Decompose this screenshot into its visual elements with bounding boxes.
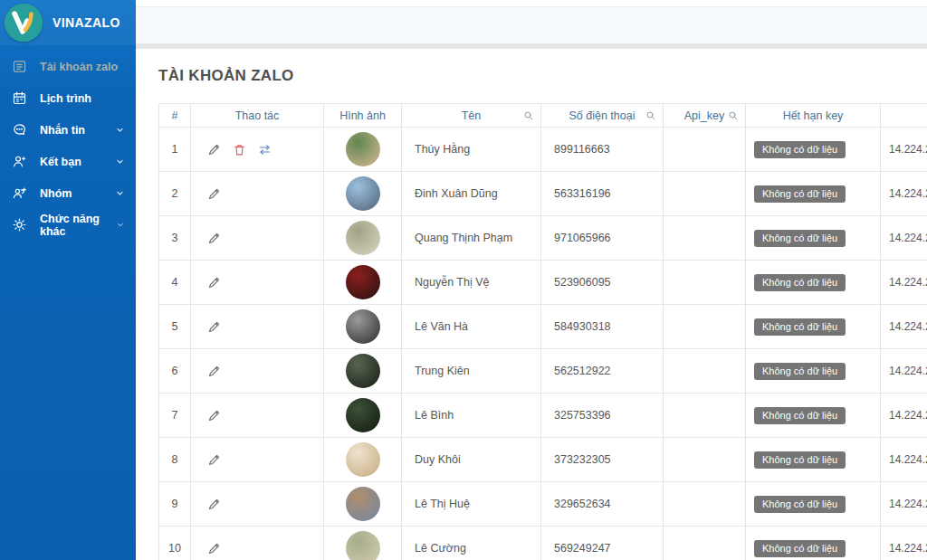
api-key-cell — [664, 216, 746, 261]
search-icon[interactable] — [728, 110, 739, 121]
actions-cell — [191, 128, 324, 172]
ip-cell: 14.224.201 — [881, 527, 927, 560]
row-number: 2 — [159, 172, 191, 216]
table-row: 1Thúy Hằng899116663Không có dữ liệu14.22… — [159, 128, 927, 172]
pencil-icon — [207, 320, 221, 334]
avatar — [346, 176, 380, 211]
chevron-down-icon — [116, 189, 124, 197]
key-expire-cell: Không có dữ liệu — [746, 438, 881, 482]
pencil-icon — [207, 187, 221, 201]
sidebar-item-2[interactable]: Nhắn tin — [0, 114, 136, 146]
row-number: 1 — [159, 128, 191, 172]
chevron-down-icon — [116, 126, 124, 134]
edit-button[interactable] — [207, 498, 221, 511]
key-expire-cell: Không có dữ liệu — [746, 172, 881, 216]
name-cell: Trung Kiên — [402, 349, 541, 394]
table-row: 7Lê Bình325753396Không có dữ liệu14.224.… — [159, 394, 927, 438]
actions-cell — [191, 527, 324, 560]
edit-button[interactable] — [207, 453, 221, 467]
page-title: TÀI KHOẢN ZALO — [158, 67, 927, 85]
list-icon — [12, 59, 27, 74]
edit-button[interactable] — [207, 542, 221, 555]
actions-cell — [191, 482, 324, 527]
ip-cell: 14.224.201 — [881, 128, 927, 172]
brand-header: VINAZALO — [0, 0, 136, 45]
sidebar-item-label: Chức năng khác — [40, 213, 117, 238]
no-data-badge: Không có dữ liệu — [754, 318, 846, 336]
name-cell: Quang Thịnh Phạm — [402, 216, 541, 261]
row-number: 10 — [159, 527, 191, 560]
avatar-cell — [324, 394, 402, 438]
edit-button[interactable] — [207, 187, 221, 201]
api-key-cell — [664, 261, 746, 305]
pencil-icon — [207, 276, 221, 289]
api-key-cell — [664, 172, 746, 216]
name-cell: Lê Thị Huệ — [402, 482, 541, 527]
sidebar-item-3[interactable]: Kết bạn — [0, 146, 136, 177]
actions-cell — [191, 349, 324, 394]
search-icon[interactable] — [645, 110, 656, 121]
delete-button[interactable] — [233, 143, 246, 157]
ip-cell: 14.224.201 — [881, 216, 927, 261]
table-row: 8Duy Khôi373232305Không có dữ liệu14.224… — [159, 438, 927, 482]
name-cell: Đinh Xuân Dũng — [402, 172, 541, 216]
ip-cell: 14.224.201 — [881, 349, 927, 394]
avatar — [346, 354, 380, 388]
no-data-badge: Không có dữ liệu — [754, 185, 846, 203]
avatar — [346, 265, 380, 299]
table-header-row: #Thao tácHình ảnhTênSố điện thoạiApi_key… — [159, 104, 927, 128]
actions-cell — [191, 261, 324, 305]
column-header-Thao tác: Thao tác — [191, 104, 324, 128]
table-row: 6Trung Kiên562512922Không có dữ liệu14.2… — [159, 349, 927, 394]
ip-cell: 14.224.201 — [881, 482, 927, 527]
avatar — [346, 132, 380, 166]
no-data-badge: Không có dữ liệu — [754, 496, 846, 513]
sidebar-item-label: Tài khoản zalo — [40, 61, 118, 73]
avatar-cell — [324, 482, 402, 527]
table-row: 10Lê Cường569249247Không có dữ liệu14.22… — [159, 527, 927, 560]
sidebar-menu: Tài khoản zaloLịch trìnhNhắn tinKết bạnN… — [0, 45, 136, 241]
search-icon[interactable] — [523, 110, 534, 121]
name-cell: Lê Cường — [402, 527, 541, 560]
row-number: 8 — [159, 438, 191, 482]
table-row: 3Quang Thịnh Phạm971065966Không có dữ li… — [159, 216, 927, 261]
sidebar-item-label: Lịch trình — [40, 92, 91, 105]
api-key-cell — [664, 305, 746, 349]
sidebar-item-label: Nhóm — [40, 187, 72, 200]
api-key-cell — [664, 482, 746, 527]
transfer-button[interactable] — [258, 143, 272, 157]
sidebar-item-4[interactable]: Nhóm — [0, 177, 136, 209]
pencil-icon — [207, 365, 221, 378]
no-data-badge: Không có dữ liệu — [754, 363, 846, 380]
key-expire-cell: Không có dữ liệu — [746, 261, 881, 305]
pencil-icon — [207, 409, 221, 422]
key-expire-cell: Không có dữ liệu — [746, 394, 881, 438]
column-header-Số điện thoại: Số điện thoại — [541, 104, 664, 128]
edit-button[interactable] — [207, 232, 221, 245]
avatar-cell — [324, 261, 402, 305]
edit-button[interactable] — [207, 320, 221, 334]
avatar — [346, 442, 380, 477]
edit-button[interactable] — [207, 143, 221, 157]
column-header-Tên: Tên — [402, 104, 541, 128]
content-area: TÀI KHOẢN ZALO #Thao tácHình ảnhTênSố đi… — [136, 49, 927, 560]
edit-button[interactable] — [207, 365, 221, 378]
edit-button[interactable] — [207, 276, 221, 289]
no-data-badge: Không có dữ liệu — [754, 141, 846, 158]
sidebar-item-tai-khoan-zalo[interactable]: Tài khoản zalo — [0, 51, 136, 82]
edit-button[interactable] — [207, 409, 221, 422]
person-add-icon — [12, 154, 27, 169]
pencil-icon — [207, 498, 221, 511]
phone-cell: 325753396 — [541, 394, 664, 438]
key-expire-cell: Không có dữ liệu — [746, 216, 881, 261]
api-key-cell — [664, 128, 746, 172]
pencil-icon — [207, 542, 221, 555]
top-strip — [136, 0, 927, 7]
row-number: 4 — [159, 261, 191, 305]
avatar-cell — [324, 216, 402, 261]
sidebar-item-1[interactable]: Lịch trình — [0, 82, 136, 114]
sidebar-item-5[interactable]: Chức năng khác — [0, 209, 136, 241]
ip-cell: 14.224.201 — [881, 305, 927, 349]
actions-cell — [191, 394, 324, 438]
chevron-down-icon — [117, 221, 124, 229]
